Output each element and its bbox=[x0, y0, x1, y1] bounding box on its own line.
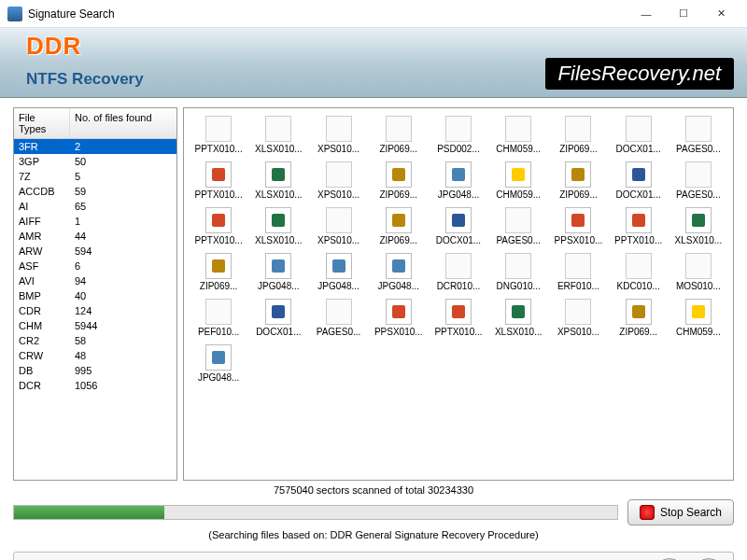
file-type-row[interactable]: ARW594 bbox=[14, 244, 176, 259]
file-type-row[interactable]: CDR124 bbox=[14, 303, 176, 318]
file-item[interactable]: DOCX01... bbox=[610, 114, 668, 156]
file-item[interactable]: XPS010... bbox=[309, 205, 367, 247]
file-item[interactable]: JPG048... bbox=[430, 160, 487, 202]
col-file-count[interactable]: No. of files found bbox=[70, 108, 176, 138]
file-item[interactable]: DOCX01... bbox=[610, 160, 668, 202]
file-name: PPTX010... bbox=[192, 144, 245, 154]
file-type-row[interactable]: DCR1056 bbox=[14, 378, 176, 393]
file-item[interactable]: PPTX010... bbox=[190, 160, 247, 202]
file-icon bbox=[265, 207, 291, 233]
stop-search-button[interactable]: Stop Search bbox=[627, 499, 734, 525]
file-item[interactable]: PAGES0... bbox=[669, 114, 727, 156]
file-item[interactable]: MOS010... bbox=[669, 251, 727, 293]
maximize-button[interactable]: ☐ bbox=[665, 1, 702, 27]
file-item[interactable]: ZIP069... bbox=[549, 114, 607, 156]
file-item[interactable]: PPSX010... bbox=[370, 297, 428, 339]
file-type-name: 7Z bbox=[19, 171, 75, 182]
file-type-name: AI bbox=[19, 201, 75, 212]
file-item[interactable]: JPG048... bbox=[249, 251, 307, 293]
file-type-row[interactable]: AMR44 bbox=[14, 229, 176, 244]
file-name: PPTX010... bbox=[192, 189, 245, 200]
file-type-count: 50 bbox=[75, 156, 172, 167]
col-file-types[interactable]: File Types bbox=[14, 108, 70, 138]
file-type-row[interactable]: AVI94 bbox=[14, 273, 176, 288]
file-type-row[interactable]: CHM5944 bbox=[14, 318, 176, 333]
file-item[interactable]: ZIP069... bbox=[190, 251, 247, 293]
file-item[interactable]: PAGES0... bbox=[669, 160, 727, 202]
file-type-count: 1 bbox=[75, 216, 172, 227]
minimize-button[interactable]: — bbox=[627, 1, 665, 27]
file-item[interactable]: PAGES0... bbox=[309, 297, 367, 339]
file-type-row[interactable]: DB995 bbox=[14, 363, 176, 378]
file-icon bbox=[326, 116, 352, 142]
file-icon bbox=[205, 344, 232, 371]
file-type-count: 44 bbox=[75, 231, 172, 242]
file-item[interactable]: XLSX010... bbox=[669, 205, 727, 247]
file-item[interactable]: ZIP069... bbox=[370, 205, 428, 247]
file-name: PAGES0... bbox=[672, 189, 725, 200]
file-item[interactable]: ERF010... bbox=[549, 251, 607, 293]
file-type-count: 594 bbox=[75, 245, 172, 257]
file-type-row[interactable]: AIFF1 bbox=[14, 214, 176, 229]
file-item[interactable]: DNG010... bbox=[489, 251, 547, 293]
file-item[interactable]: XPS010... bbox=[549, 297, 607, 339]
file-item[interactable]: PPTX010... bbox=[610, 205, 668, 247]
file-item[interactable]: DOCX01... bbox=[430, 205, 487, 247]
file-type-name: CRW bbox=[19, 350, 75, 361]
file-item[interactable]: DOCX01... bbox=[249, 297, 307, 339]
file-type-count: 94 bbox=[75, 275, 172, 287]
file-item[interactable]: XLSX010... bbox=[249, 114, 307, 156]
file-type-count: 5944 bbox=[75, 320, 172, 331]
close-button[interactable]: ✕ bbox=[702, 1, 740, 27]
file-item[interactable]: JPG048... bbox=[190, 343, 247, 385]
file-item[interactable]: PPTX010... bbox=[430, 297, 487, 339]
file-type-row[interactable]: 7Z5 bbox=[14, 169, 176, 184]
file-item[interactable]: ZIP069... bbox=[370, 160, 428, 202]
file-icon bbox=[565, 116, 591, 142]
file-type-row[interactable]: 3FR2 bbox=[14, 139, 176, 154]
file-type-row[interactable]: ASF6 bbox=[14, 259, 176, 273]
file-item[interactable]: PPTX010... bbox=[190, 114, 247, 156]
file-name: PPTX010... bbox=[192, 235, 245, 245]
file-item[interactable]: XLSX010... bbox=[489, 297, 547, 339]
file-item[interactable]: XLSX010... bbox=[249, 205, 307, 247]
file-item[interactable]: XPS010... bbox=[309, 114, 367, 156]
file-type-row[interactable]: 3GP50 bbox=[14, 154, 176, 169]
file-type-row[interactable]: AI65 bbox=[14, 199, 176, 214]
file-item[interactable]: CHM059... bbox=[489, 160, 547, 202]
file-item[interactable]: JPG048... bbox=[370, 251, 428, 293]
file-item[interactable]: XLSX010... bbox=[249, 160, 307, 202]
file-icon bbox=[626, 207, 652, 233]
file-name: JPG048... bbox=[432, 189, 485, 200]
file-name: PAGES0... bbox=[672, 144, 725, 154]
file-item[interactable]: DCR010... bbox=[430, 251, 487, 293]
file-item[interactable]: PAGES0... bbox=[489, 205, 547, 247]
file-type-row[interactable]: BMP40 bbox=[14, 288, 176, 303]
file-item[interactable]: PPSX010... bbox=[549, 205, 607, 247]
file-item[interactable]: CHM059... bbox=[669, 297, 727, 339]
file-type-name: ASF bbox=[19, 260, 75, 272]
file-type-row[interactable]: CR258 bbox=[14, 333, 176, 348]
file-item[interactable]: KDC010... bbox=[610, 251, 668, 293]
file-item[interactable]: ZIP069... bbox=[610, 297, 668, 339]
file-type-name: BMP bbox=[19, 290, 75, 301]
footer-bar: i To Stop recovery, click on 'Stop Searc… bbox=[13, 552, 734, 560]
file-item[interactable]: CHM059... bbox=[489, 114, 547, 156]
file-item[interactable]: PEF010... bbox=[190, 297, 247, 339]
file-type-row[interactable]: CRW48 bbox=[14, 348, 176, 363]
file-type-row[interactable]: ACCDB59 bbox=[14, 184, 176, 199]
files-panel: PPTX010...XLSX010...XPS010...ZIP069...PS… bbox=[183, 107, 734, 481]
file-icon bbox=[565, 253, 591, 279]
file-item[interactable]: XPS010... bbox=[309, 160, 367, 202]
file-icon bbox=[445, 207, 472, 233]
file-item[interactable]: ZIP069... bbox=[370, 114, 428, 156]
file-item[interactable]: JPG048... bbox=[309, 251, 367, 293]
file-item[interactable]: PSD002... bbox=[430, 114, 487, 156]
file-type-name: AMR bbox=[19, 231, 75, 242]
file-icon bbox=[386, 253, 412, 279]
header-banner: DDR NTFS Recovery FilesRecovery.net bbox=[0, 28, 747, 98]
file-type-name: CHM bbox=[19, 320, 75, 331]
file-item[interactable]: ZIP069... bbox=[549, 160, 607, 202]
file-item[interactable]: PPTX010... bbox=[190, 205, 247, 247]
file-name: ZIP069... bbox=[552, 144, 604, 154]
